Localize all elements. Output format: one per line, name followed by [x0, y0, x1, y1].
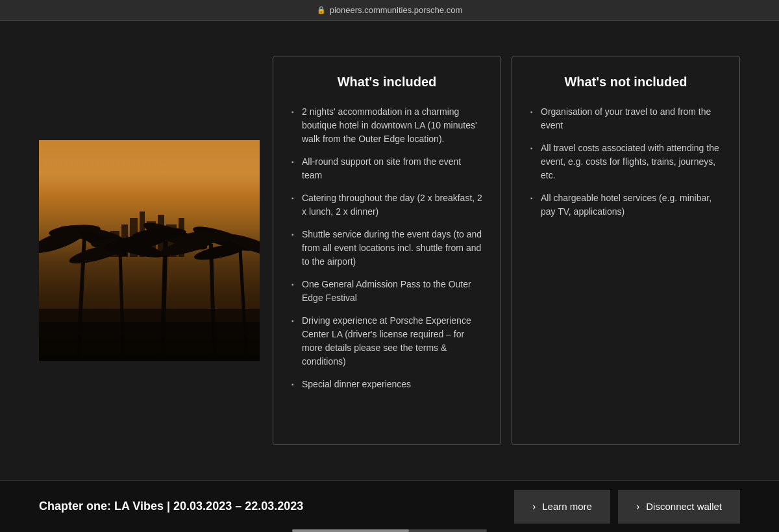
chevron-right-icon-2: › [636, 501, 639, 513]
included-list: 2 nights' accommodation in a charming bo… [291, 105, 482, 391]
city-image-section [39, 140, 260, 361]
bottom-buttons: › Learn more › Disconnect wallet [514, 490, 740, 524]
list-item: Driving experience at Porsche Experience… [291, 314, 482, 369]
lock-icon: 🔒 [317, 6, 326, 14]
disconnect-wallet-button[interactable]: › Disconnect wallet [618, 490, 740, 524]
learn-more-button[interactable]: › Learn more [514, 490, 610, 524]
included-card: What's included 2 nights' accommodation … [273, 56, 501, 445]
chapter-label: Chapter one: LA Vibes | 20.03.2023 – 22.… [39, 500, 303, 513]
list-item: One General Admission Pass to the Outer … [291, 278, 482, 305]
not-included-card-title: What's not included [530, 75, 721, 90]
list-item: Special dinner experiences [291, 378, 482, 391]
cards-section: What's included 2 nights' accommodation … [273, 56, 740, 445]
list-item: Organisation of your travel to and from … [530, 105, 721, 132]
disconnect-label: Disconnect wallet [646, 501, 722, 512]
svg-rect-30 [39, 309, 260, 335]
list-item: Shuttle service during the event days (t… [291, 228, 482, 269]
city-image [39, 140, 260, 361]
not-included-card: What's not included Organisation of your… [512, 56, 740, 445]
chevron-right-icon: › [532, 501, 536, 513]
list-item: Catering throughout the day (2 x breakfa… [291, 191, 482, 219]
main-content: What's included 2 nights' accommodation … [0, 21, 779, 480]
included-card-title: What's included [291, 75, 482, 90]
bottom-bar: Chapter one: LA Vibes | 20.03.2023 – 22.… [0, 480, 779, 532]
learn-more-label: Learn more [542, 501, 592, 512]
list-item: 2 nights' accommodation in a charming bo… [291, 105, 482, 146]
list-item: All travel costs associated with attendi… [530, 141, 721, 182]
url-text: pioneers.communities.porsche.com [330, 5, 462, 15]
svg-point-25 [180, 232, 232, 243]
progress-bar-container [292, 529, 487, 532]
progress-bar-fill [292, 529, 409, 532]
list-item: All-round support on site from the event… [291, 155, 482, 182]
browser-url-bar: 🔒 pioneers.communities.porsche.com [317, 5, 462, 15]
not-included-list: Organisation of your travel to and from … [530, 105, 721, 219]
browser-bar: 🔒 pioneers.communities.porsche.com [0, 0, 779, 21]
list-item: All chargeable hotel services (e.g. mini… [530, 191, 721, 219]
